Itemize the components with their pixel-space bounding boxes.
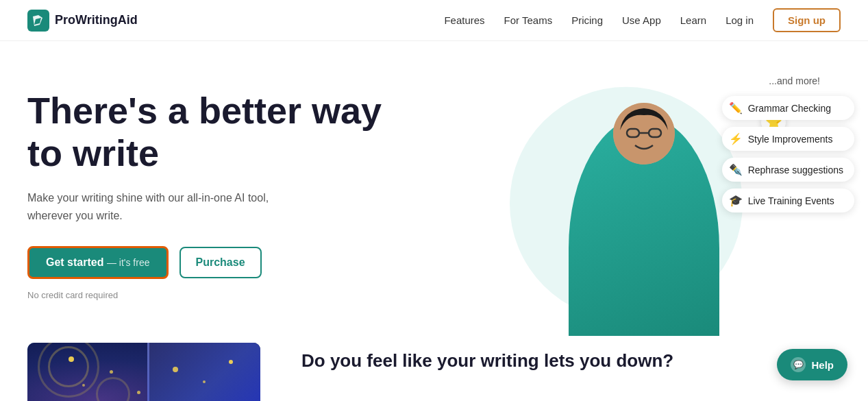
nav-pricing[interactable]: Pricing — [571, 14, 603, 26]
hero-section: There's a better way to write Make your … — [0, 41, 868, 343]
nav-learn[interactable]: Learn — [680, 14, 706, 26]
bottom-tagline: Do you feel like your writing lets you d… — [301, 350, 841, 373]
star-dot — [229, 360, 233, 364]
get-started-label: Get started — [46, 256, 103, 268]
person-head — [613, 103, 675, 165]
hero-title: There's a better way to write — [27, 89, 411, 174]
help-icon: 💬 — [791, 357, 806, 372]
rephrase-icon: ✒️ — [729, 163, 743, 176]
cta-buttons: Get started — it's free Purchase — [27, 246, 411, 279]
logo-text: ProWritingAid — [55, 13, 138, 27]
star-dot — [203, 380, 206, 383]
grammar-label: Grammar Checking — [748, 103, 831, 114]
training-label: Live Training Events — [748, 195, 834, 206]
free-label: — it's free — [107, 257, 150, 268]
main-nav: Features For Teams Pricing Use App Learn… — [444, 8, 841, 32]
style-icon: ⚡ — [729, 132, 743, 145]
star-dot — [137, 391, 140, 394]
nav-use-app[interactable]: Use App — [622, 14, 661, 26]
logo[interactable]: ProWritingAid — [27, 10, 138, 32]
nav-features[interactable]: Features — [444, 14, 484, 26]
bottom-text: Do you feel like your writing lets you d… — [301, 343, 841, 373]
purchase-button[interactable]: Purchase — [179, 247, 262, 278]
feature-pills: ✏️ Grammar Checking ⚡ Style Improvements… — [722, 96, 854, 212]
pill-style: ⚡ Style Improvements — [722, 127, 854, 151]
signup-button[interactable]: Sign up — [773, 8, 841, 32]
star-dot — [110, 370, 113, 374]
login-button[interactable]: Log in — [726, 14, 754, 26]
pill-training: 🎓 Live Training Events — [722, 189, 854, 212]
painting-right — [147, 343, 260, 401]
bottom-section: Do you feel like your writing lets you d… — [0, 343, 868, 401]
hero-right: ⭐ ...and more! ✏️ Grammar Checking ⚡ Sty… — [411, 75, 841, 322]
hero-subtitle: Make your writing shine with our all-in-… — [27, 189, 288, 224]
star-dot — [173, 367, 178, 372]
starry-night-image — [27, 343, 260, 401]
training-icon: 🎓 — [729, 194, 743, 207]
nav-teams[interactable]: For Teams — [504, 14, 553, 26]
site-header: ProWritingAid Features For Teams Pricing… — [0, 0, 868, 41]
get-started-button[interactable]: Get started — it's free — [27, 246, 169, 279]
help-label: Help — [811, 359, 834, 371]
pill-grammar: ✏️ Grammar Checking — [722, 96, 854, 120]
face-svg — [613, 103, 675, 165]
help-button[interactable]: 💬 Help — [777, 349, 847, 380]
grammar-icon: ✏️ — [729, 101, 743, 114]
person-illustration — [555, 96, 733, 336]
style-label: Style Improvements — [748, 134, 833, 145]
no-credit-text: No credit card required — [27, 290, 411, 300]
hero-left: There's a better way to write Make your … — [27, 75, 411, 300]
and-more-label: ...and more! — [769, 75, 820, 86]
rephrase-label: Rephrase suggestions — [748, 165, 843, 175]
pill-rephrase: ✒️ Rephrase suggestions — [722, 158, 854, 182]
logo-icon — [27, 10, 49, 32]
